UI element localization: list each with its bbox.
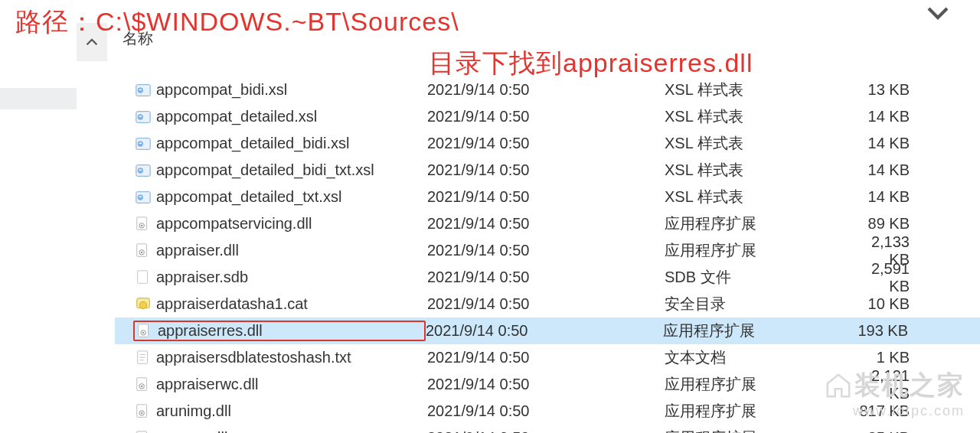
file-size-cell: 14 KB (848, 161, 956, 179)
file-type-cell: 应用程序扩展 (665, 401, 848, 422)
file-name-cell: appcompat_detailed.xsl (135, 108, 427, 125)
file-size-cell: 817 KB (848, 402, 956, 420)
file-size-cell: 14 KB (848, 108, 956, 125)
file-date-cell: 2021/9/14 0:50 (427, 269, 665, 286)
security-catalog-icon (135, 296, 152, 313)
file-size-cell: 1 KB (848, 349, 956, 366)
file-name-label: arunres.dll (156, 429, 227, 433)
file-row[interactable]: arunimg.dll2021/9/14 0:50应用程序扩展817 KB (115, 398, 980, 425)
file-name-cell: appcompat_bidi.xsl (135, 81, 427, 99)
file-size-cell: 89 KB (848, 215, 956, 233)
file-row[interactable]: appcompat_bidi.xsl2021/9/14 0:50XSL 样式表1… (115, 77, 980, 103)
file-size-cell: 2,591 KB (848, 260, 956, 295)
file-name-label: appraiser.dll (156, 242, 239, 259)
file-type-cell: SDB 文件 (665, 267, 848, 288)
file-size-cell: 193 KB (847, 322, 954, 340)
file-name-cell: appraiserwc.dll (135, 376, 427, 393)
file-date-cell: 2021/9/14 0:50 (427, 215, 665, 233)
file-name-label: appcompatservicing.dll (156, 215, 312, 233)
file-type-cell: XSL 样式表 (665, 106, 848, 127)
file-list: appcompat_bidi.xsl2021/9/14 0:50XSL 样式表1… (115, 77, 980, 433)
dll-icon (135, 216, 152, 233)
file-date-cell: 2021/9/14 0:50 (427, 242, 665, 259)
file-name-cell: appcompatservicing.dll (135, 215, 427, 233)
file-name-cell: appraiserdatasha1.cat (135, 295, 427, 313)
dll-icon (135, 243, 152, 259)
file-row[interactable]: appcompat_detailed_bidi_txt.xsl2021/9/14… (115, 157, 980, 184)
file-name-cell: appcompat_detailed_bidi.xsl (135, 135, 427, 152)
file-type-cell: 安全目录 (665, 294, 848, 314)
svg-point-18 (139, 301, 146, 308)
file-date-cell: 2021/9/14 0:50 (427, 349, 665, 366)
file-type-cell: 应用程序扩展 (665, 240, 848, 261)
file-date-cell: 2021/9/14 0:50 (426, 322, 663, 340)
column-header-name[interactable]: 名称 (115, 28, 425, 49)
file-name-cell: appraiser.dll (135, 242, 427, 259)
xsl-icon (135, 109, 152, 125)
file-name-cell: arunres.dll (135, 429, 427, 433)
file-name-label: appraiserwc.dll (156, 376, 258, 393)
file-date-cell: 2021/9/14 0:50 (427, 108, 665, 125)
column-header-row: 名称 (115, 23, 980, 54)
file-date-cell: 2021/9/14 0:50 (427, 402, 665, 420)
file-row[interactable]: appcompat_detailed_txt.xsl2021/9/14 0:50… (115, 184, 980, 210)
file-name-label: appcompat_bidi.xsl (156, 81, 287, 99)
file-name-label: appraiserres.dll (158, 322, 263, 340)
file-row[interactable]: appcompat_detailed_bidi.xsl2021/9/14 0:5… (115, 130, 980, 157)
file-type-cell: XSL 样式表 (665, 80, 848, 100)
file-date-cell: 2021/9/14 0:50 (427, 188, 665, 206)
file-name-cell: arunimg.dll (135, 402, 427, 420)
file-date-cell: 2021/9/14 0:50 (427, 81, 665, 99)
file-type-cell: XSL 样式表 (665, 187, 848, 207)
file-row[interactable]: appraiserres.dll2021/9/14 0:50应用程序扩展193 … (115, 317, 980, 344)
file-date-cell: 2021/9/14 0:50 (427, 135, 665, 152)
file-type-cell: 应用程序扩展 (665, 374, 848, 395)
nav-pane-stub (0, 88, 77, 109)
chevron-down-icon (926, 2, 949, 24)
file-name-cell: appraiser.sdb (135, 269, 427, 286)
file-size-cell: 2,121 KB (848, 367, 956, 402)
chevron-up-icon (86, 36, 98, 48)
file-date-cell: 2021/9/14 0:50 (427, 161, 665, 179)
file-date-cell: 2021/9/14 0:50 (427, 429, 665, 433)
file-type-cell: XSL 样式表 (665, 160, 848, 181)
file-name-label: appcompat_detailed_txt.xsl (156, 188, 341, 206)
file-size-cell: 14 KB (848, 135, 956, 152)
xsl-icon (135, 82, 152, 99)
file-size-cell: 13 KB (848, 81, 956, 99)
dll-icon (135, 403, 152, 420)
svg-point-31 (141, 412, 142, 413)
file-date-cell: 2021/9/14 0:50 (427, 295, 665, 313)
file-name-cell: appcompat_detailed_bidi_txt.xsl (135, 161, 427, 179)
dll-icon (135, 430, 152, 434)
file-size-cell: 25 KB (848, 429, 956, 433)
file-date-cell: 2021/9/14 0:50 (427, 376, 665, 393)
xsl-icon (135, 135, 152, 152)
file-name-label: appraisersdblatestoshash.txt (156, 349, 351, 366)
breadcrumb-dropdown[interactable] (926, 2, 949, 24)
file-size-cell: 14 KB (848, 188, 956, 206)
file-type-cell: XSL 样式表 (665, 133, 848, 154)
file-row[interactable]: appraiserwc.dll2021/9/14 0:50应用程序扩展2,121… (115, 371, 980, 398)
file-name-label: arunimg.dll (156, 402, 231, 420)
file-type-cell: 应用程序扩展 (665, 428, 848, 433)
xsl-icon (135, 189, 152, 206)
file-name-label: appcompat_detailed_bidi_txt.xsl (156, 161, 374, 179)
file-type-cell: 文本文档 (665, 347, 848, 368)
file-row[interactable]: appraiser.sdb2021/9/14 0:50SDB 文件2,591 K… (115, 264, 980, 291)
file-row[interactable]: arunres.dll2021/9/14 0:50应用程序扩展25 KB (115, 425, 980, 433)
dll-icon (136, 323, 153, 340)
file-row[interactable]: appcompat_detailed.xsl2021/9/14 0:50XSL … (115, 103, 980, 130)
file-name-cell: appcompat_detailed_txt.xsl (135, 188, 427, 206)
svg-point-12 (141, 224, 142, 226)
file-size-cell: 10 KB (848, 295, 956, 313)
file-row[interactable]: appraiserdatasha1.cat2021/9/14 0:50安全目录1… (115, 291, 980, 317)
file-name-label: appraiserdatasha1.cat (156, 295, 308, 313)
file-name-cell: appraiserres.dll (133, 321, 426, 341)
scroll-up-button[interactable] (77, 23, 107, 61)
xsl-icon (135, 162, 152, 179)
file-name-label: appcompat_detailed_bidi.xsl (156, 135, 349, 152)
svg-point-21 (142, 331, 144, 333)
file-type-cell: 应用程序扩展 (665, 213, 848, 234)
file-icon (135, 269, 152, 286)
